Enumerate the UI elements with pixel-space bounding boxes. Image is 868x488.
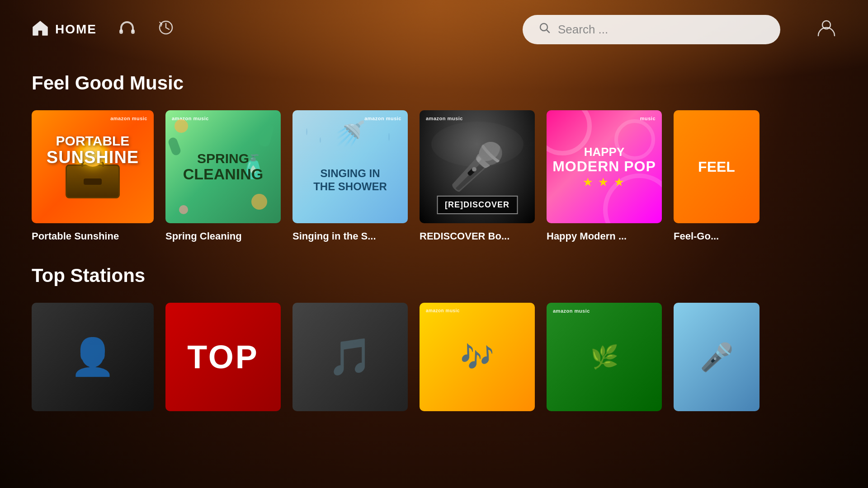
header: HOME [0, 0, 868, 59]
card-feel-good-partial[interactable]: FEEL Feel-Go... [674, 110, 760, 242]
art-line1-happy: HAPPY [552, 145, 656, 159]
feel-good-section: Feel Good Music amazon music [0, 72, 868, 242]
card-title-feel-good: Feel-Go... [674, 230, 760, 242]
art-line2-portable: SUNSHINE [47, 148, 139, 167]
top-stations-section: Top Stations 👤 ToP 🎵 amazon music 🎶 amaz [0, 265, 868, 411]
headphones-icon [118, 19, 136, 39]
card-image-spring-cleaning: amazon music 🧴 SPRING [165, 110, 281, 223]
station-card-3[interactable]: 🎵 [292, 303, 408, 411]
top-station-label: ToP [187, 338, 259, 375]
card-image-portable-sunshine: amazon music [32, 110, 154, 223]
card-image-happy-pop: music HAPPY MODERN POP ★ ★ ★ [547, 110, 662, 223]
art-text-feelgood: FEEL [689, 150, 744, 184]
card-happy-modern-pop[interactable]: music HAPPY MODERN POP ★ ★ ★ Happ [547, 110, 662, 242]
station-card-5[interactable]: amazon music 🌿 [547, 303, 662, 411]
station-card-top[interactable]: ToP [165, 303, 281, 411]
card-singing-shower[interactable]: amazon music 🚿 SINGING IN THE SHOWER [292, 110, 408, 242]
card-image-feel-good: FEEL [674, 110, 760, 223]
art-line2-happy: MODERN POP [552, 159, 656, 174]
home-icon [32, 19, 49, 39]
art-line1-spring: SPRING [183, 151, 264, 166]
card-title-happy-pop: Happy Modern ... [547, 230, 662, 242]
nav-left: HOME [32, 19, 175, 39]
station-card-6[interactable]: 🎤 [674, 303, 760, 411]
art-line2-singing: THE SHOWER [313, 180, 387, 193]
amazon-music-logo-1: amazon music [110, 116, 147, 121]
art-line1-portable: PORTABLE [47, 133, 139, 148]
search-bar[interactable]: Search ... [523, 15, 780, 44]
feel-good-cards: amazon music [32, 110, 836, 242]
art-line2-spring: CLEANING [183, 166, 264, 183]
card-spring-cleaning[interactable]: amazon music 🧴 SPRING [165, 110, 281, 242]
nav-headphones[interactable] [118, 19, 136, 39]
card-title-portable-sunshine: Portable Sunshine [32, 230, 154, 242]
nav-home[interactable]: HOME [32, 19, 97, 39]
card-image-rediscover: amazon music 🎤 [RE]DISCOVER [420, 110, 535, 223]
search-placeholder: Search ... [558, 23, 608, 37]
svg-rect-1 [131, 29, 135, 34]
station-card-1[interactable]: 👤 [32, 303, 154, 411]
card-title-rediscover: REDISCOVER Bo... [420, 230, 535, 242]
top-stations-cards: 👤 ToP 🎵 amazon music 🎶 amazon music 🌿 [32, 303, 836, 411]
search-icon [539, 22, 551, 37]
card-rediscover[interactable]: amazon music 🎤 [RE]DISCOVER REDISCOVER B… [420, 110, 535, 242]
feel-good-title: Feel Good Music [32, 72, 836, 94]
home-label: HOME [55, 22, 97, 37]
art-line1-singing: SINGING IN [313, 167, 387, 180]
card-title-singing-shower: Singing in the S... [292, 230, 408, 242]
amazon-music-logo-4: amazon music [426, 116, 463, 121]
card-portable-sunshine[interactable]: amazon music [32, 110, 154, 242]
card-title-spring-cleaning: Spring Cleaning [165, 230, 281, 242]
top-stations-title: Top Stations [32, 265, 836, 286]
card-image-singing-shower: amazon music 🚿 SINGING IN THE SHOWER [292, 110, 408, 223]
amazon-music-logo-station5: amazon music [553, 308, 590, 314]
art-stars-happy: ★ ★ ★ [552, 177, 656, 188]
amazon-music-logo-station4: amazon music [426, 308, 460, 313]
nav-history[interactable] [157, 19, 175, 39]
history-icon [157, 19, 175, 39]
station-card-4[interactable]: amazon music 🎶 [420, 303, 535, 411]
svg-rect-0 [119, 29, 123, 34]
user-account-icon[interactable] [816, 18, 836, 42]
rediscover-badge: [RE]DISCOVER [437, 196, 518, 214]
